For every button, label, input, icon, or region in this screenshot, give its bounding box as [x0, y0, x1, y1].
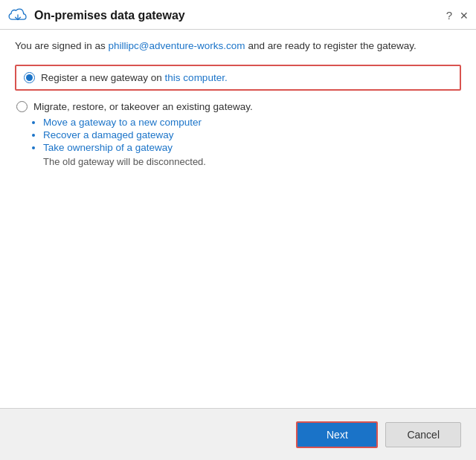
window-title: On-premises data gateway [34, 9, 185, 22]
option2-header: Migrate, restore, or takeover an existin… [16, 101, 460, 112]
option1-container: Register a new gateway on this computer. [15, 65, 461, 91]
old-gateway-note: The old gateway will be disconnected. [43, 156, 460, 167]
next-button[interactable]: Next [296, 421, 378, 448]
email-text: phillipc@adventure-works.com [109, 40, 245, 51]
option2-container: Migrate, restore, or takeover an existin… [15, 101, 461, 167]
cancel-button[interactable]: Cancel [385, 422, 461, 447]
title-divider [0, 29, 476, 30]
main-content: You are signed in as phillipc@adventure-… [0, 40, 476, 167]
option2-radio[interactable] [16, 101, 28, 112]
bullet-item-move: Move a gateway to a new computer [43, 117, 460, 128]
bottom-bar: Next Cancel [0, 408, 476, 460]
close-icon[interactable]: ✕ [460, 10, 469, 22]
option2-label[interactable]: Migrate, restore, or takeover an existin… [33, 101, 253, 112]
signed-in-message: You are signed in as phillipc@adventure-… [15, 40, 461, 51]
help-icon[interactable]: ? [446, 9, 452, 22]
title-bar: On-premises data gateway ? ✕ [0, 0, 476, 29]
cloud-icon [7, 6, 28, 25]
option1-radio[interactable] [24, 72, 35, 83]
bullet-list: Move a gateway to a new computer Recover… [43, 117, 460, 153]
option1-label[interactable]: Register a new gateway on this computer. [41, 72, 228, 83]
bullet-item-recover: Recover a damaged gateway [43, 129, 460, 140]
bullet-item-takeover: Take ownership of a gateway [43, 142, 460, 153]
